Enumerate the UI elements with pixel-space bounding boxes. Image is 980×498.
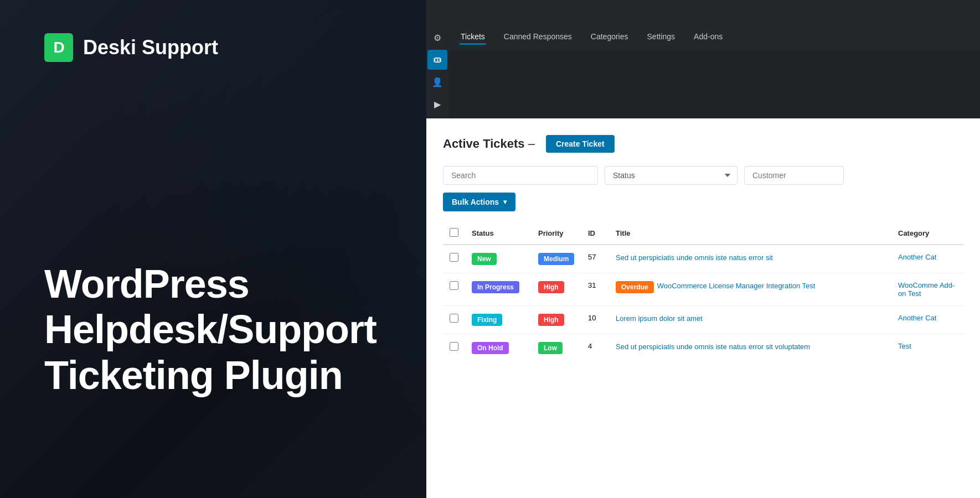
ticket-title-cell-2: Lorem ipsum dolor sit amet [609, 306, 891, 334]
status-badge-3: On Hold [472, 342, 509, 354]
status-select[interactable]: Status New In Progress Fixing On Hold Cl… [605, 166, 737, 185]
table-row: NewMedium57Sed ut perspiciatis unde omni… [443, 245, 963, 273]
priority-badge-0: Medium [538, 253, 574, 265]
brand-name: Deski Support [83, 36, 218, 59]
customer-input[interactable] [744, 166, 844, 185]
status-badge-0: New [472, 253, 497, 265]
priority-badge-2: High [538, 314, 564, 326]
ticket-title-cell-1: OverdueWooCommerce License Manager Integ… [609, 273, 891, 306]
sidebar-icon-media[interactable]: ▶ [427, 94, 447, 114]
plugin-top-nav: Tickets Canned Responses Categories Sett… [448, 23, 980, 51]
col-header-title: Title [609, 222, 891, 245]
row-checkbox-0[interactable] [450, 253, 458, 262]
right-panel: ⚙ 🎟 👤 ▶ Tickets Canned Responses Categor… [426, 0, 980, 498]
table-row: FixingHigh10Lorem ipsum dolor sit ametAn… [443, 306, 963, 334]
hero-heading: WordPress Helpdesk/Support Ticketing Plu… [44, 261, 376, 398]
page-header: Active Tickets – Create Ticket [443, 135, 963, 153]
ticket-id-2: 10 [581, 306, 609, 334]
nav-addons[interactable]: Add-ons [693, 30, 724, 45]
nav-categories[interactable]: Categories [590, 30, 630, 45]
sidebar-icon-settings[interactable]: ⚙ [427, 28, 447, 48]
ticket-title-link-2[interactable]: Lorem ipsum dolor sit amet [616, 314, 703, 323]
create-ticket-button[interactable]: Create Ticket [546, 135, 615, 153]
row-checkbox-3[interactable] [450, 342, 458, 351]
bulk-actions-row: Bulk Actions [443, 193, 963, 211]
left-panel: D Deski Support WordPress Helpdesk/Suppo… [0, 0, 432, 498]
row-checkbox-2[interactable] [450, 314, 458, 323]
filters-row: Status New In Progress Fixing On Hold Cl… [443, 166, 963, 185]
nav-canned-responses[interactable]: Canned Responses [503, 30, 573, 45]
ticket-title-link-3[interactable]: Sed ut perspiciatis unde omnis iste natu… [616, 343, 810, 351]
page-title: Active Tickets – [443, 137, 535, 151]
col-header-check [443, 222, 465, 245]
sidebar-icon-tickets[interactable]: 🎟 [427, 50, 447, 70]
ticket-title-cell-3: Sed ut perspiciatis unde omnis iste natu… [609, 334, 891, 362]
bulk-actions-button[interactable]: Bulk Actions [443, 193, 515, 211]
sidebar-icon-users[interactable]: 👤 [427, 72, 447, 92]
nav-tickets[interactable]: Tickets [460, 30, 486, 45]
search-input[interactable] [443, 166, 598, 185]
row-checkbox-1[interactable] [450, 281, 458, 290]
brand-logo: D [44, 33, 73, 62]
category-link-1[interactable]: WooComme Add-on Test [898, 281, 955, 298]
col-header-status: Status [465, 222, 532, 245]
tickets-table: Status Priority ID Title Category NewMed… [443, 222, 963, 362]
overdue-badge-1: Overdue [616, 281, 654, 293]
nav-settings[interactable]: Settings [646, 30, 677, 45]
category-link-2[interactable]: Another Cat [898, 314, 936, 322]
select-all-checkbox[interactable] [450, 228, 458, 237]
status-badge-1: In Progress [472, 281, 519, 293]
ticket-title-link-0[interactable]: Sed ut perspiciatis unde omnis iste natu… [616, 253, 773, 262]
ticket-id-1: 31 [581, 273, 609, 306]
status-badge-2: Fixing [472, 314, 502, 326]
wp-admin-bar [426, 0, 980, 23]
main-content: Active Tickets – Create Ticket Status Ne… [426, 118, 980, 498]
ticket-title-cell-0: Sed ut perspiciatis unde omnis iste natu… [609, 245, 891, 273]
ticket-title-link-1[interactable]: WooCommerce License Manager Integration … [657, 281, 816, 291]
hero-text: WordPress Helpdesk/Support Ticketing Plu… [44, 261, 376, 398]
table-row: In ProgressHigh31OverdueWooCommerce Lice… [443, 273, 963, 306]
plugin-nav-container: ⚙ 🎟 👤 ▶ Tickets Canned Responses Categor… [426, 23, 980, 118]
brand-header: D Deski Support [44, 33, 218, 62]
ticket-id-3: 4 [581, 334, 609, 362]
title-with-badge-1: OverdueWooCommerce License Manager Integ… [616, 281, 885, 293]
col-header-priority: Priority [532, 222, 581, 245]
col-header-category: Category [891, 222, 963, 245]
ticket-id-0: 57 [581, 245, 609, 273]
priority-badge-3: Low [538, 342, 563, 354]
category-link-3[interactable]: Test [898, 342, 911, 350]
table-row: On HoldLow4Sed ut perspiciatis unde omni… [443, 334, 963, 362]
sidebar-icons: ⚙ 🎟 👤 ▶ [426, 23, 448, 118]
table-header-row: Status Priority ID Title Category [443, 222, 963, 245]
priority-badge-1: High [538, 281, 564, 293]
category-link-0[interactable]: Another Cat [898, 253, 936, 261]
col-header-id: ID [581, 222, 609, 245]
